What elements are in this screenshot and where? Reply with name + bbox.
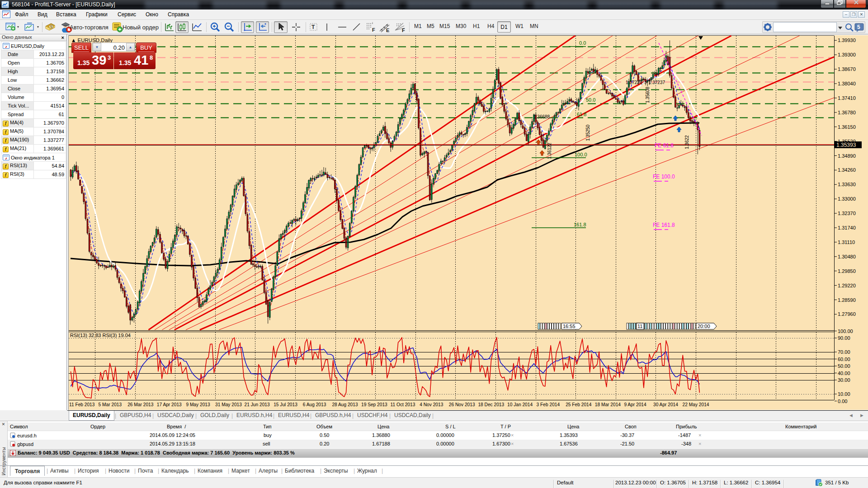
svg-text:9 May 2013: 9 May 2013 — [186, 402, 210, 407]
svg-text:T: T — [311, 24, 315, 30]
svg-text:60.00: 60.00 — [838, 357, 850, 362]
svg-text:1.38040: 1.38040 — [838, 81, 856, 86]
svg-text:1.27960: 1.27960 — [838, 311, 856, 317]
svg-text:1.33000: 1.33000 — [838, 196, 856, 202]
svg-text:21 Jun 2013: 21 Jun 2013 — [245, 402, 270, 407]
svg-text:1.33630: 1.33630 — [838, 182, 856, 187]
svg-text:61.8: 61.8 — [577, 112, 586, 117]
svg-text:1.31740: 1.31740 — [838, 225, 856, 230]
svg-text:20:00: 20:00 — [698, 324, 710, 329]
svg-text:E: E — [386, 28, 389, 33]
svg-text:17 Apr 2013: 17 Apr 2013 — [157, 402, 182, 407]
svg-text:FE 161.8: FE 161.8 — [653, 222, 675, 228]
svg-text:40.00: 40.00 — [838, 371, 850, 376]
svg-text:FE 61.8: FE 61.8 — [655, 142, 674, 149]
svg-text:5: 5 — [857, 24, 860, 30]
svg-text:50.00: 50.00 — [838, 363, 850, 369]
svg-text:10 Jan 2014: 10 Jan 2014 — [507, 402, 533, 407]
svg-text:1.36150: 1.36150 — [838, 124, 856, 130]
svg-text:4 Nov 2013: 4 Nov 2013 — [420, 402, 443, 407]
svg-text:30.00: 30.00 — [838, 377, 850, 383]
svg-text:15 Jul 2013: 15 Jul 2013 — [274, 402, 297, 407]
svg-text:6 Aug 2013: 6 Aug 2013 — [303, 402, 326, 407]
svg-text:1.39300: 1.39300 — [838, 52, 856, 57]
svg-text:1.36780: 1.36780 — [838, 110, 856, 115]
svg-text:9 Apr 2014: 9 Apr 2014 — [624, 402, 646, 407]
svg-text:1.29850: 1.29850 — [838, 268, 856, 274]
svg-text:11 Feb 2013: 11 Feb 2013 — [69, 402, 95, 407]
svg-text:90.00: 90.00 — [838, 335, 850, 341]
svg-text:1.36122: 1.36122 — [547, 142, 552, 159]
svg-text:1.32370: 1.32370 — [838, 211, 856, 216]
svg-text:1.35393: 1.35393 — [836, 142, 856, 148]
svg-text:0.00: 0.00 — [838, 399, 847, 404]
svg-text:1.31110: 1.31110 — [838, 239, 855, 245]
svg-text:F: F — [402, 28, 405, 33]
svg-text:11: 11 — [637, 324, 642, 329]
svg-text:22 May 2014: 22 May 2014 — [683, 402, 709, 407]
svg-text:1.28590: 1.28590 — [838, 297, 856, 303]
svg-text:100.0: 100.0 — [575, 152, 587, 157]
svg-text:100.00: 100.00 — [838, 328, 853, 334]
svg-text:1.30480: 1.30480 — [838, 254, 856, 259]
svg-text:1.37237 -> 1.37237: 1.37237 -> 1.37237 — [626, 80, 665, 85]
svg-text:5 Mar 2013: 5 Mar 2013 — [99, 402, 122, 407]
svg-text:1.34260: 1.34260 — [838, 167, 856, 173]
svg-text:25 Feb 2014: 25 Feb 2014 — [566, 402, 592, 407]
svg-text:3 Feb 2014: 3 Feb 2014 — [537, 402, 560, 407]
svg-text:5: 5 — [50, 24, 52, 29]
svg-text:0.0: 0.0 — [579, 40, 586, 46]
svg-text:1.36688: 1.36688 — [533, 114, 550, 119]
svg-text:1.35608: 1.35608 — [645, 86, 650, 103]
svg-text:16:55: 16:55 — [563, 324, 576, 329]
svg-text:F: F — [372, 27, 375, 33]
svg-text:26 Mar 2013: 26 Mar 2013 — [127, 402, 154, 407]
svg-text:50.0: 50.0 — [586, 97, 595, 103]
svg-text:1.3622: 1.3622 — [684, 135, 689, 149]
svg-text:11 Oct 2013: 11 Oct 2013 — [391, 402, 415, 407]
svg-text:1.35250: 1.35250 — [585, 124, 590, 141]
svg-text:31 May 2013: 31 May 2013 — [215, 402, 242, 407]
svg-text:19 Sep 2013: 19 Sep 2013 — [361, 402, 387, 407]
svg-text:1.37410: 1.37410 — [838, 95, 856, 101]
svg-text:1.38670: 1.38670 — [838, 66, 856, 72]
svg-text:70.00: 70.00 — [838, 349, 850, 355]
svg-text:28 Aug 2013: 28 Aug 2013 — [332, 402, 358, 407]
svg-text:18 Mar 2014: 18 Mar 2014 — [595, 402, 621, 407]
svg-text:30 Apr 2014: 30 Apr 2014 — [653, 402, 678, 407]
svg-text:18 Dec 2013: 18 Dec 2013 — [478, 402, 504, 407]
svg-text:1.29220: 1.29220 — [838, 283, 856, 288]
svg-text:161.8: 161.8 — [574, 222, 586, 227]
svg-text:FE 100.0: FE 100.0 — [653, 174, 675, 180]
svg-text:10.00: 10.00 — [838, 391, 850, 397]
svg-text:1.34890: 1.34890 — [838, 153, 856, 159]
svg-text:26 Nov 2013: 26 Nov 2013 — [449, 402, 475, 407]
svg-text:1.39930: 1.39930 — [838, 38, 856, 43]
